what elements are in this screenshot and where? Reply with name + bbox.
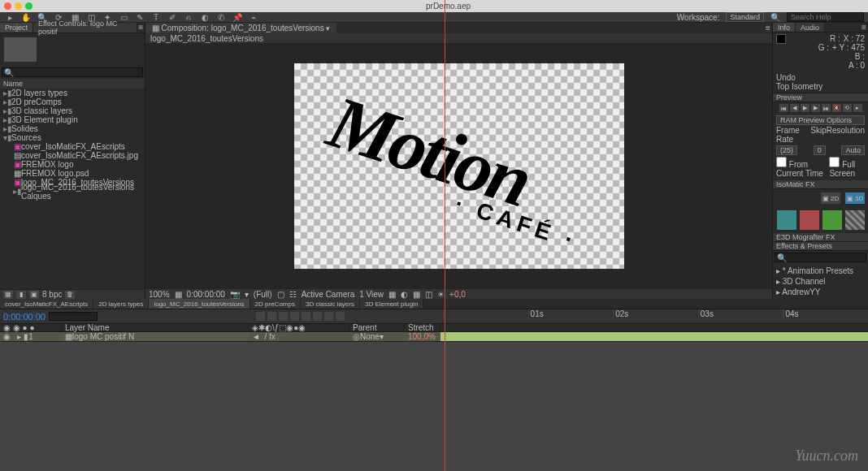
next-frame-button[interactable]: ▶ bbox=[811, 104, 820, 112]
resolution-icon[interactable]: ▦ bbox=[175, 290, 182, 299]
tl-tool-icon[interactable] bbox=[324, 312, 333, 321]
timeline-tab[interactable]: logo_MC_2016_toutesVersions bbox=[149, 299, 250, 309]
tl-tool-icon[interactable] bbox=[313, 312, 322, 321]
time-display[interactable]: 0:00:00:00 bbox=[187, 290, 225, 299]
composition-viewer[interactable]: Motion · CAFÉ · bbox=[145, 43, 772, 289]
help-search-input[interactable] bbox=[787, 12, 864, 22]
grid-icon[interactable]: ☷ bbox=[289, 290, 297, 299]
resolution-dropdown[interactable]: (Full) bbox=[254, 290, 272, 299]
maximize-window-button[interactable] bbox=[25, 2, 33, 10]
layer-av-toggles[interactable]: ◉ ▸ ▮ 1 bbox=[0, 332, 62, 341]
source-item[interactable]: ▤cover_IsoMaticFX_AEscripts.jpg bbox=[0, 151, 145, 160]
hand-tool-icon[interactable]: ✋ bbox=[20, 13, 32, 22]
brush-tool-icon[interactable]: ✐ bbox=[167, 13, 178, 22]
snapshot-icon[interactable]: 📷 bbox=[230, 290, 240, 299]
layer-name-column[interactable]: Layer Name bbox=[62, 324, 249, 331]
timeline-button[interactable]: ▦ bbox=[413, 290, 420, 299]
info-tab[interactable]: Info bbox=[773, 23, 796, 32]
full-screen-checkbox[interactable] bbox=[829, 157, 840, 167]
source-item[interactable]: ▣cover_IsoMaticFX_AEscripts bbox=[0, 142, 145, 151]
folder-item[interactable]: ▸▮2D preComps bbox=[0, 97, 145, 106]
workspace-dropdown[interactable]: Standard bbox=[726, 12, 764, 22]
folder-item[interactable]: ▸▮Solides bbox=[0, 124, 145, 133]
frame-rate-dropdown[interactable]: (25) bbox=[776, 145, 797, 155]
source-item[interactable]: ▸▮logo_MC_2016_toutesVersions Calques bbox=[0, 187, 145, 196]
effect-controls-tab[interactable]: Effect Controls: logo MC positif bbox=[33, 23, 137, 32]
folder-item[interactable]: ▾▮Sources bbox=[0, 133, 145, 142]
iso-3d-button[interactable]: ▣ 3D bbox=[845, 192, 865, 204]
parent-dropdown[interactable]: ◎ None ▾ bbox=[349, 332, 405, 341]
flowchart-icon[interactable]: ▦ bbox=[152, 24, 159, 32]
stretch-value[interactable]: 100,0% bbox=[405, 332, 441, 341]
pen-tool-icon[interactable]: ✎ bbox=[134, 13, 145, 22]
timeline-tab[interactable]: 3D classic layers bbox=[301, 299, 360, 309]
play-button[interactable]: ▶ bbox=[801, 104, 809, 112]
effects-presets-header[interactable]: Effects & Presets bbox=[773, 242, 868, 251]
presets-search-input[interactable]: 🔍 bbox=[775, 253, 866, 262]
ram-preview-button[interactable]: ▸ bbox=[853, 104, 862, 112]
panel-menu-icon[interactable]: ≡ bbox=[860, 23, 868, 32]
roto-tool-icon[interactable]: ✆ bbox=[215, 13, 227, 22]
timecode-display[interactable]: 0:00:00:00 bbox=[3, 312, 46, 322]
eraser-tool-icon[interactable]: ◐ bbox=[199, 13, 210, 22]
preset-item[interactable]: ▸ * Animation Presets bbox=[776, 266, 865, 276]
time-indicator[interactable] bbox=[445, 0, 445, 471]
tl-tool-icon[interactable] bbox=[290, 312, 299, 321]
resolution-dropdown[interactable]: Auto bbox=[841, 145, 865, 155]
tl-tool-icon[interactable] bbox=[336, 312, 345, 321]
parent-column[interactable]: Parent bbox=[349, 324, 405, 331]
timeline-tab[interactable]: 2D preComps bbox=[250, 299, 301, 309]
selection-tool-icon[interactable]: ▸ bbox=[4, 13, 15, 22]
prev-frame-button[interactable]: ◀ bbox=[790, 104, 799, 112]
tl-tool-icon[interactable] bbox=[302, 312, 310, 321]
iso-cube-button[interactable] bbox=[822, 210, 842, 230]
skip-dropdown[interactable]: 0 bbox=[814, 145, 826, 155]
timeline-tab[interactable]: cover_IsoMaticFX_AEscripts bbox=[0, 299, 93, 309]
timeline-search-input[interactable] bbox=[49, 312, 98, 321]
iso-cube-button[interactable] bbox=[800, 210, 819, 230]
project-search-input[interactable]: 🔍 bbox=[2, 67, 143, 77]
reset-exposure-icon[interactable]: ☀ bbox=[437, 290, 445, 299]
iso-cube-button[interactable] bbox=[777, 210, 796, 230]
new-comp-button[interactable]: ▣ bbox=[29, 291, 39, 299]
puppet-tool-icon[interactable]: 📌 bbox=[232, 13, 243, 22]
stretch-column[interactable]: Stretch bbox=[405, 324, 441, 331]
project-tab[interactable]: Project bbox=[0, 23, 33, 32]
pixel-aspect-icon[interactable]: ▦ bbox=[388, 290, 396, 299]
time-ruler[interactable]: 01s 02s 03s 04s bbox=[443, 309, 868, 319]
iso-cube-button[interactable] bbox=[845, 210, 865, 230]
source-item[interactable]: ▦FREMOX logo.psd bbox=[0, 169, 145, 178]
folder-item[interactable]: ▸▮3D classic layers bbox=[0, 106, 145, 115]
roi-icon[interactable]: ▢ bbox=[277, 290, 284, 299]
tl-tool-icon[interactable] bbox=[256, 312, 265, 321]
panel-menu-icon[interactable]: ≡ bbox=[137, 23, 145, 32]
new-folder-button[interactable]: ▮ bbox=[16, 291, 26, 299]
from-current-checkbox[interactable] bbox=[776, 157, 787, 167]
delete-button[interactable]: 🗑 bbox=[65, 291, 75, 299]
timeline-tab[interactable]: 2D layers types bbox=[93, 299, 149, 309]
flowchart-button[interactable]: ◫ bbox=[425, 290, 432, 299]
composition-tab[interactable]: ▦ Composition: logo_MC_2016_toutesVersio… bbox=[145, 23, 336, 33]
layer-duration-bar[interactable] bbox=[441, 332, 868, 341]
interpret-button[interactable]: ▦ bbox=[3, 291, 13, 299]
bpc-label[interactable]: 8 bpc bbox=[42, 290, 62, 299]
clone-tool-icon[interactable]: ⎌ bbox=[183, 13, 194, 22]
name-column-header[interactable]: Name bbox=[0, 79, 145, 89]
preset-item[interactable]: ▸ AndrewYY bbox=[776, 287, 865, 297]
tl-tool-icon[interactable] bbox=[279, 312, 288, 321]
layer-name-cell[interactable]: ▦ logo MC positif N bbox=[62, 332, 249, 341]
last-frame-button[interactable]: ⏭ bbox=[822, 104, 831, 112]
panel-menu-icon[interactable]: ≡ bbox=[764, 24, 772, 32]
iso-2d-button[interactable]: ▣ 2D bbox=[821, 192, 840, 204]
tl-tool-icon[interactable] bbox=[267, 312, 276, 321]
exposure-value[interactable]: +0,0 bbox=[449, 290, 466, 299]
close-window-button[interactable] bbox=[4, 2, 11, 10]
minimize-window-button[interactable] bbox=[15, 2, 22, 10]
audio-tab[interactable]: Audio bbox=[796, 23, 825, 32]
channel-icon[interactable]: ▾ bbox=[245, 290, 249, 299]
layer-row[interactable]: ◉ ▸ ▮ 1 ▦ logo MC positif N ◄ / fx ◎ Non… bbox=[0, 332, 868, 342]
first-frame-button[interactable]: ⏮ bbox=[779, 104, 788, 112]
timeline-tab[interactable]: 3D Element plugin bbox=[360, 299, 423, 309]
folder-item[interactable]: ▸▮2D layers types bbox=[0, 89, 145, 97]
camera-dropdown[interactable]: Active Camera bbox=[302, 290, 355, 299]
